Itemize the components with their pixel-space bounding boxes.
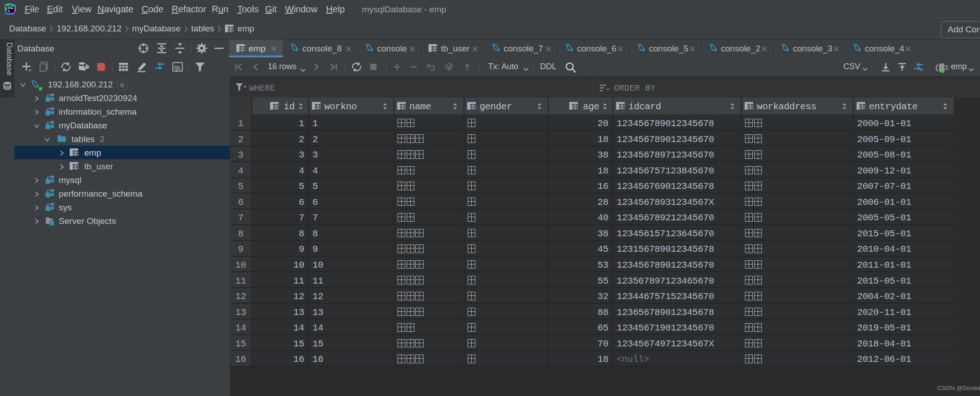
svg-text:QL: QL [174,65,181,71]
svg-text:DG: DG [7,6,13,10]
